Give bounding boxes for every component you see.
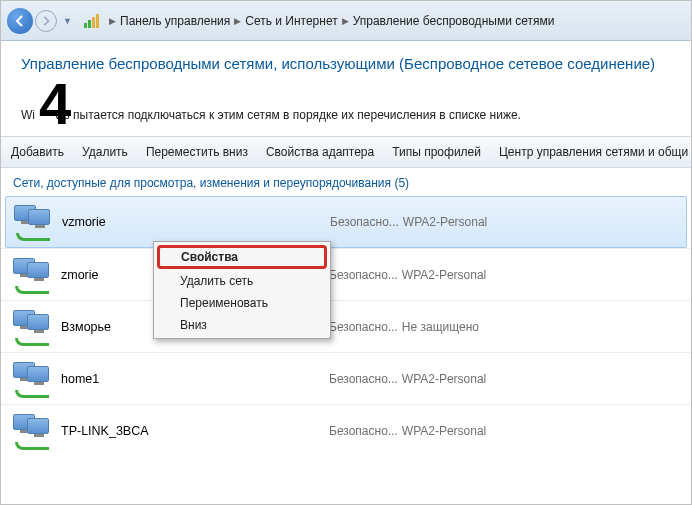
- network-row[interactable]: zmorie Безопасно... WPA2-Personal: [1, 248, 691, 300]
- crumb-control-panel[interactable]: Панель управления: [120, 14, 230, 28]
- security-value: Не защищено: [402, 320, 479, 334]
- crumb-network-internet[interactable]: Сеть и Интернет: [245, 14, 337, 28]
- network-icon: [14, 203, 54, 241]
- annotation-number: 4: [39, 75, 71, 133]
- security-label: Безопасно...: [329, 268, 398, 282]
- security-label: Безопасно...: [330, 215, 399, 229]
- svg-rect-0: [84, 23, 87, 28]
- subtitle-prefix: Wi: [21, 108, 35, 122]
- ctx-delete-network[interactable]: Удалить сеть: [156, 270, 328, 292]
- toolbar-remove[interactable]: Удалить: [82, 145, 128, 159]
- signal-bars-icon: [83, 13, 99, 29]
- network-row[interactable]: home1 Безопасно... WPA2-Personal: [1, 352, 691, 404]
- security-label: Безопасно...: [329, 372, 398, 386]
- security-label: Безопасно...: [329, 424, 398, 438]
- toolbar-add[interactable]: Добавить: [11, 145, 64, 159]
- nav-history-dropdown-icon[interactable]: ▼: [63, 16, 75, 26]
- toolbar-profile-types[interactable]: Типы профилей: [392, 145, 481, 159]
- ctx-properties[interactable]: Свойства: [157, 245, 327, 269]
- chevron-right-icon: ▶: [234, 16, 241, 26]
- network-icon: [13, 308, 53, 346]
- subtitle-suffix: ws пытается подключаться к этим сетям в …: [55, 108, 521, 122]
- network-row[interactable]: TP-LINK_3BCA Безопасно... WPA2-Personal: [1, 404, 691, 456]
- breadcrumb: ▶ Панель управления ▶ Сеть и Интернет ▶ …: [83, 13, 554, 29]
- security-value: WPA2-Personal: [402, 372, 486, 386]
- nav-back-button[interactable]: [7, 8, 33, 34]
- network-name: vzmorie: [62, 215, 330, 229]
- security-value: WPA2-Personal: [402, 268, 486, 282]
- svg-rect-3: [96, 14, 99, 28]
- toolbar-adapter-props[interactable]: Свойства адаптера: [266, 145, 374, 159]
- crumb-wireless-mgmt[interactable]: Управление беспроводными сетями: [353, 14, 555, 28]
- network-row[interactable]: Взморье Безопасно... Не защищено: [1, 300, 691, 352]
- section-label-text: Сети, доступные для просмотра, изменения…: [13, 176, 391, 190]
- ctx-rename[interactable]: Переименовать: [156, 292, 328, 314]
- nav-forward-button[interactable]: [35, 10, 57, 32]
- section-label: Сети, доступные для просмотра, изменения…: [1, 168, 691, 196]
- network-icon: [13, 360, 53, 398]
- content-area: Управление беспроводными сетями, использ…: [1, 41, 691, 122]
- chevron-right-icon: ▶: [109, 16, 116, 26]
- security-label: Безопасно...: [329, 320, 398, 334]
- security-value: WPA2-Personal: [402, 424, 486, 438]
- network-list: vzmorie Безопасно... WPA2-Personal zmori…: [1, 196, 691, 456]
- network-row[interactable]: vzmorie Безопасно... WPA2-Personal: [5, 196, 687, 248]
- security-value: WPA2-Personal: [403, 215, 487, 229]
- ctx-move-down[interactable]: Вниз: [156, 314, 328, 336]
- chevron-right-icon: ▶: [342, 16, 349, 26]
- toolbar-move-down[interactable]: Переместить вниз: [146, 145, 248, 159]
- network-icon: [13, 412, 53, 450]
- context-menu: Свойства Удалить сеть Переименовать Вниз: [153, 241, 331, 339]
- toolbar: Добавить Удалить Переместить вниз Свойст…: [1, 136, 691, 168]
- page-title: Управление беспроводными сетями, использ…: [21, 55, 671, 72]
- toolbar-network-center[interactable]: Центр управления сетями и общи: [499, 145, 688, 159]
- section-count: (5): [394, 176, 409, 190]
- svg-rect-1: [88, 20, 91, 28]
- network-name: TP-LINK_3BCA: [61, 424, 329, 438]
- svg-rect-2: [92, 17, 95, 28]
- page-subtitle: Windows пытается подключаться к этим сет…: [21, 108, 671, 122]
- nav-bar: ▼ ▶ Панель управления ▶ Сеть и Интернет …: [1, 1, 691, 41]
- network-name: home1: [61, 372, 329, 386]
- network-icon: [13, 256, 53, 294]
